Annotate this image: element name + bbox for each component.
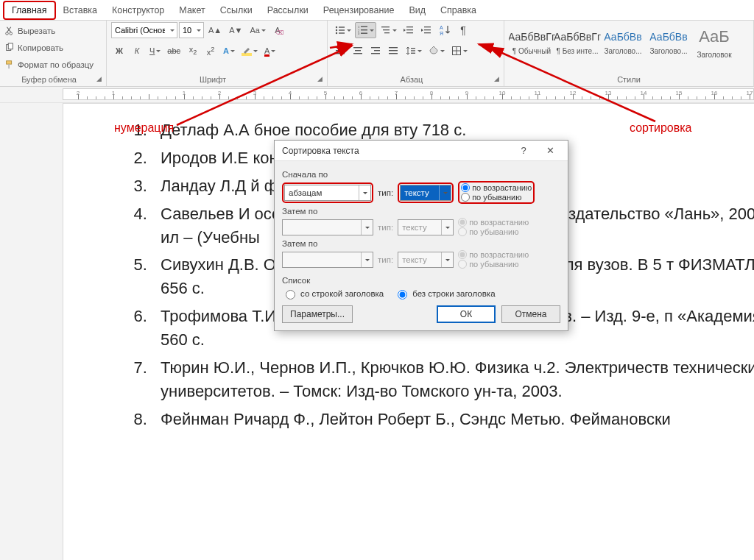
svg-rect-6: [242, 53, 252, 56]
first-field-combo[interactable]: абзацам: [284, 185, 371, 201]
font-launcher-icon[interactable]: ◢: [317, 75, 323, 82]
first-desc-radio[interactable]: по убыванию: [461, 193, 532, 202]
list-item[interactable]: Тюрин Ю.И., Чернов И.П., Крючков Ю.Ю. Фи…: [152, 356, 754, 403]
svg-rect-35: [353, 53, 362, 54]
change-case-button[interactable]: Aa: [247, 22, 267, 38]
svg-rect-12: [339, 32, 345, 33]
copy-button[interactable]: Копировать: [4, 40, 94, 55]
style-heading2[interactable]: АаБбВвЗаголово...: [646, 22, 691, 63]
format-painter-button[interactable]: Формат по образцу: [4, 57, 94, 72]
with-header-radio[interactable]: со строкой заголовка: [282, 288, 384, 300]
svg-rect-31: [336, 50, 342, 51]
highlight-button[interactable]: [239, 43, 260, 59]
show-marks-button[interactable]: ¶: [455, 22, 471, 38]
tab-mailings[interactable]: Рассылки: [260, 2, 316, 18]
tab-references[interactable]: Ссылки: [213, 2, 260, 18]
multilevel-list-button[interactable]: [378, 22, 399, 38]
svg-rect-26: [424, 29, 431, 30]
type-label-2: тип:: [378, 223, 393, 232]
svg-rect-3: [8, 43, 13, 49]
styles-gallery[interactable]: АаБбВвГг¶ Обычный АаБбВвГг¶ Без инте... …: [509, 22, 737, 63]
svg-text:Я: Я: [440, 31, 443, 36]
increase-indent-button[interactable]: [418, 22, 434, 38]
text-effects-button[interactable]: A: [220, 43, 237, 59]
ok-button[interactable]: ОК: [437, 305, 496, 323]
shrink-font-button[interactable]: A▼: [226, 22, 245, 38]
decrease-indent-button[interactable]: [401, 22, 417, 38]
svg-rect-18: [361, 33, 367, 34]
underline-button[interactable]: Ч: [147, 43, 163, 59]
style-normal[interactable]: АаБбВвГг¶ Обычный: [509, 22, 554, 63]
tab-review[interactable]: Рецензирование: [316, 2, 402, 18]
first-asc-radio[interactable]: по возрастанию: [461, 183, 532, 192]
font-color-button[interactable]: A: [261, 43, 278, 59]
justify-button[interactable]: [385, 43, 401, 59]
third-asc-radio: по возрастанию: [458, 250, 529, 259]
svg-rect-44: [411, 53, 415, 54]
svg-rect-41: [389, 53, 398, 54]
font-name-combo[interactable]: [111, 22, 177, 38]
svg-rect-14: [361, 26, 367, 27]
sort-dialog: Сортировка текста ? ✕ Сначала по абзацам…: [274, 140, 568, 331]
align-right-button[interactable]: [367, 43, 384, 59]
style-heading1[interactable]: АаБбВвЗаголово...: [600, 22, 646, 63]
style-no-spacing[interactable]: АаБбВвГг¶ Без инте...: [554, 22, 600, 63]
then-by-label-1: Затем по: [282, 207, 560, 216]
sort-button[interactable]: АЯ: [436, 22, 454, 38]
second-field-combo[interactable]: [282, 219, 373, 235]
align-left-button[interactable]: [332, 43, 348, 59]
list-item[interactable]: Фейнман Ричард Ф., Лейтон Роберт Б., Сэн…: [152, 408, 754, 431]
list-item[interactable]: Детлаф А.А бное пособие для вту 718 с.: [152, 118, 754, 142]
second-asc-radio: по возрастанию: [458, 218, 529, 227]
font-size-combo[interactable]: [179, 22, 204, 38]
second-type-combo[interactable]: тексту: [398, 219, 454, 235]
italic-button[interactable]: К: [129, 43, 145, 59]
tab-view[interactable]: Вид: [401, 2, 433, 18]
second-desc-radio: по убыванию: [458, 227, 529, 236]
paragraph-launcher-icon[interactable]: ◢: [494, 75, 499, 82]
tab-help[interactable]: Справка: [433, 2, 484, 18]
numbering-button[interactable]: 123: [355, 22, 376, 38]
bullets-button[interactable]: [332, 22, 353, 38]
svg-text:3: 3: [358, 32, 360, 35]
style-title[interactable]: АаБЗаголовок: [691, 22, 737, 63]
tab-home[interactable]: Главная: [3, 1, 56, 20]
align-center-button[interactable]: [350, 43, 366, 59]
superscript-button[interactable]: x2: [202, 43, 219, 59]
strikethrough-button[interactable]: abc: [164, 43, 183, 59]
svg-point-7: [336, 26, 337, 28]
svg-rect-38: [371, 53, 380, 54]
second-order-radios: по возрастанию по убыванию: [458, 218, 529, 236]
svg-rect-10: [339, 29, 345, 30]
grow-font-button[interactable]: A▲: [205, 22, 225, 38]
close-button[interactable]: ✕: [537, 141, 563, 160]
shading-button[interactable]: [426, 43, 447, 59]
list-label: Список: [282, 276, 560, 285]
first-type-combo[interactable]: тексту: [400, 185, 451, 201]
clipboard-launcher-icon[interactable]: ◢: [96, 75, 102, 82]
svg-rect-20: [383, 29, 390, 30]
subscript-button[interactable]: x2: [185, 43, 201, 59]
borders-button[interactable]: [448, 43, 470, 59]
bold-button[interactable]: Ж: [111, 43, 127, 59]
svg-rect-22: [406, 26, 413, 27]
clear-formatting-button[interactable]: A⌫: [269, 22, 286, 38]
without-header-radio[interactable]: без строки заголовка: [394, 288, 495, 300]
third-type-combo: тексту: [398, 252, 454, 268]
svg-rect-8: [339, 26, 345, 27]
tab-insert[interactable]: Вставка: [56, 2, 105, 18]
svg-rect-23: [406, 29, 413, 30]
tab-layout[interactable]: Макет: [172, 2, 212, 18]
tab-design[interactable]: Конструктор: [105, 2, 172, 18]
options-button[interactable]: Параметры...: [282, 305, 353, 323]
dialog-title: Сортировка текста: [282, 146, 510, 156]
line-spacing-button[interactable]: [403, 43, 424, 59]
cancel-button[interactable]: Отмена: [501, 305, 560, 323]
svg-rect-33: [353, 47, 362, 48]
help-button[interactable]: ?: [510, 141, 537, 160]
svg-rect-36: [371, 47, 380, 48]
ruler[interactable]: 211234567891011121314151617: [0, 87, 754, 103]
copy-label: Копировать: [18, 43, 63, 52]
cut-button[interactable]: Вырезать: [4, 24, 94, 38]
svg-rect-40: [389, 50, 398, 51]
